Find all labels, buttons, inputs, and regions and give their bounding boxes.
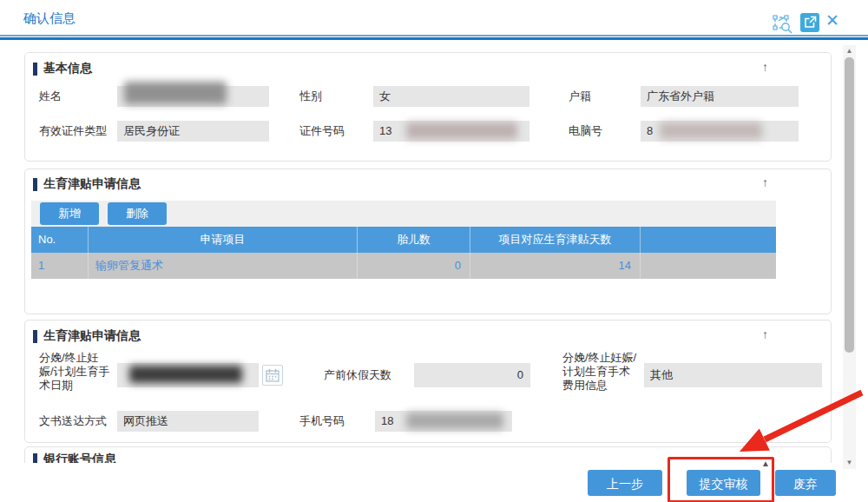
computer-no-prefix: 8 xyxy=(647,124,653,137)
surgery-fee-label: 分娩/终止妊娠/计划生育手术费用信息 xyxy=(562,351,641,393)
selection-zoom-icon[interactable] xyxy=(772,13,794,36)
basic-info-panel xyxy=(24,52,832,162)
delete-button[interactable]: 删除 xyxy=(108,202,167,225)
section-marker xyxy=(33,63,37,76)
table-cell-fetus[interactable]: 0 xyxy=(358,253,470,279)
prenatal-days-field[interactable]: 0 xyxy=(414,363,530,387)
gender-field[interactable]: 女 xyxy=(373,86,529,107)
section-marker xyxy=(33,453,37,463)
computer-no-label: 电脑号 xyxy=(569,124,602,138)
scroll-down-arrow[interactable]: ▼ xyxy=(843,457,856,469)
id-number-field[interactable]: 13 xyxy=(373,121,529,142)
section-marker xyxy=(33,330,37,343)
phone-prefix: 18 xyxy=(381,414,393,427)
bank-section-title: 银行账号信息 xyxy=(43,452,116,463)
id-number-label: 证件号码 xyxy=(299,124,345,138)
masked-name-value xyxy=(124,82,227,104)
header-divider-light xyxy=(0,35,868,36)
calendar-icon[interactable] xyxy=(262,365,283,386)
id-type-field[interactable]: 居民身份证 xyxy=(117,121,269,142)
section-marker xyxy=(33,178,37,191)
delivery-method-label: 文书送达方式 xyxy=(39,414,107,428)
name-label: 姓名 xyxy=(39,89,62,103)
id-number-prefix: 13 xyxy=(379,124,391,137)
column-header-filler xyxy=(641,227,776,253)
dialog-title: 确认信息 xyxy=(23,10,76,27)
table-cell-days[interactable]: 14 xyxy=(470,253,641,279)
delivery-method-field[interactable]: 网页推送 xyxy=(117,411,259,432)
open-new-window-icon[interactable] xyxy=(800,13,819,32)
masked-phone xyxy=(406,413,503,429)
scroll-up-arrow[interactable]: ▲ xyxy=(843,45,856,57)
allowance-section-title: 生育津贴申请信息 xyxy=(43,176,141,192)
phone-field[interactable]: 18 xyxy=(375,411,512,432)
bank-collapse-icon[interactable]: ▲ xyxy=(761,459,770,468)
column-header-fetus: 胎儿数 xyxy=(358,227,470,253)
table-cell-filler xyxy=(641,253,776,279)
name-field[interactable] xyxy=(117,86,269,107)
discard-button[interactable]: 废弃 xyxy=(775,470,836,496)
previous-step-button[interactable]: 上一步 xyxy=(588,470,662,496)
surgery-date-field[interactable] xyxy=(117,363,259,387)
surgery-fee-field[interactable]: 其他 xyxy=(644,363,822,387)
computer-no-field[interactable]: 8 xyxy=(641,121,799,142)
add-button[interactable]: 新增 xyxy=(40,202,99,225)
prenatal-days-label: 产前休假天数 xyxy=(324,368,391,382)
gender-label: 性别 xyxy=(299,89,322,103)
masked-computer-no xyxy=(660,122,762,139)
bank-panel-clipped: 银行账号信息 xyxy=(24,446,833,463)
collapse-icon[interactable]: ↑ xyxy=(762,176,768,188)
registry-label: 户籍 xyxy=(569,89,591,103)
column-header-no: No. xyxy=(31,227,89,253)
masked-date-value xyxy=(129,366,242,383)
surgery-date-label: 分娩/终止妊娠/计划生育手术日期 xyxy=(39,351,110,393)
close-icon[interactable]: ✕ xyxy=(825,10,839,30)
column-header-item: 申请项目 xyxy=(89,227,358,253)
table-cell-item[interactable]: 输卵管复通术 xyxy=(89,253,358,279)
allowance-table: No. 申请项目 胎儿数 项目对应生育津贴天数 1 输卵管复通术 0 14 xyxy=(31,227,776,279)
header-divider-dark xyxy=(0,37,868,40)
phone-label: 手机号码 xyxy=(299,414,345,428)
id-type-label: 有效证件类型 xyxy=(39,124,107,138)
registry-field[interactable]: 广东省外户籍 xyxy=(641,86,799,107)
collapse-icon[interactable]: ↑ xyxy=(762,61,768,73)
scrollbar-thumb[interactable] xyxy=(845,57,854,353)
submit-review-button[interactable]: 提交审核 xyxy=(687,470,760,496)
column-header-days: 项目对应生育津贴天数 xyxy=(470,227,641,253)
collapse-icon[interactable]: ↑ xyxy=(762,328,768,340)
table-cell-no[interactable]: 1 xyxy=(31,253,89,279)
masked-id-number xyxy=(406,122,517,139)
surgery-section-title: 生育津贴申请信息 xyxy=(43,328,141,344)
basic-section-title: 基本信息 xyxy=(43,61,92,76)
